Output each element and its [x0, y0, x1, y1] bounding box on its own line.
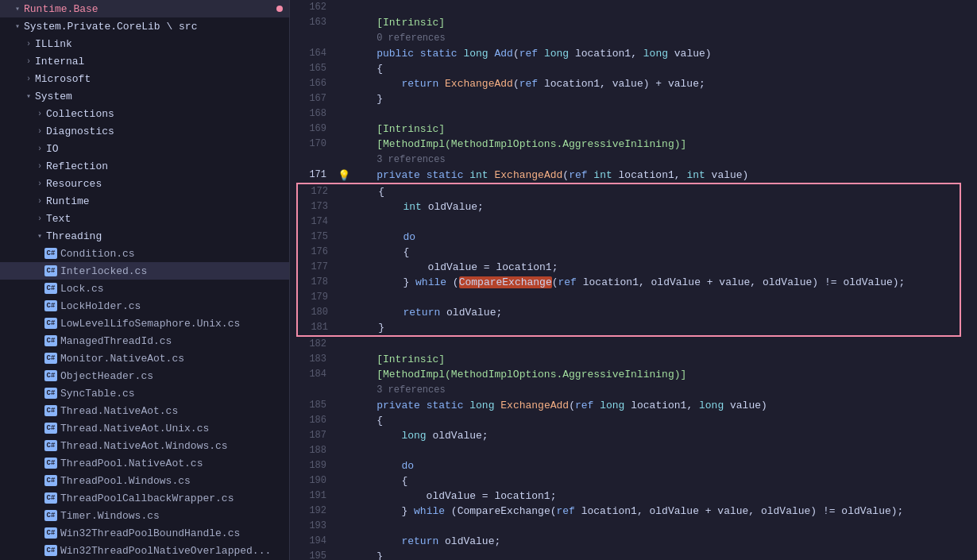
- cs-icon-thread-nativeaot-windows-cs: C#: [44, 440, 57, 451]
- folder-arrow-runtime[interactable]: [33, 197, 46, 206]
- sidebar-item-diagnostics[interactable]: Diagnostics: [0, 122, 289, 140]
- sidebar-item-thread-nativeaot-cs[interactable]: C#Thread.NativeAot.cs: [0, 402, 289, 419]
- lightbulb-icon[interactable]: 💡: [338, 169, 350, 182]
- indicator-column: [336, 504, 352, 519]
- editor-pane: 162163 [Intrinsic] 0 references164 publi…: [290, 0, 977, 560]
- line-number: 169: [296, 122, 336, 137]
- file-label-timer-windows-cs: Timer.Windows.cs: [60, 510, 160, 522]
- code-content: {: [353, 245, 409, 260]
- code-content: } while (CompareExchange(ref location1, …: [353, 275, 905, 290]
- sidebar-item-resources[interactable]: Resources: [0, 175, 289, 192]
- folder-label-io: IO: [46, 143, 59, 155]
- folder-arrow-diagnostics[interactable]: [33, 127, 46, 136]
- code-content: oldValue = location1;: [352, 489, 556, 504]
- sidebar-item-monitor-nativeaot-cs[interactable]: C#Monitor.NativeAot.cs: [0, 350, 289, 367]
- code-content: 3 references: [352, 152, 446, 168]
- folder-arrow-system-private-corelib[interactable]: [11, 21, 24, 31]
- indicator-column: [338, 275, 353, 290]
- indicator-column: [336, 443, 352, 458]
- code-area: 162163 [Intrinsic] 0 references164 publi…: [290, 0, 977, 560]
- sidebar-item-threading[interactable]: Threading: [0, 227, 289, 245]
- sidebar-item-system[interactable]: System: [0, 87, 289, 105]
- sidebar-item-objectheader-cs[interactable]: C#ObjectHeader.cs: [0, 367, 289, 384]
- sidebar-item-illink[interactable]: ILLink: [0, 35, 289, 52]
- file-label-win32threadpoolboundhandle-cs: Win32ThreadPoolBoundHandle.cs: [60, 527, 240, 539]
- indicator-column: [336, 398, 352, 413]
- code-line: 164 public static long Add(ref long loca…: [296, 46, 961, 61]
- sidebar-item-lowlevellifosemaphore-cs[interactable]: C#LowLevelLifoSemaphore.Unix.cs: [0, 315, 289, 332]
- cs-icon-interlocked-cs: C#: [44, 265, 57, 276]
- line-number: 186: [296, 413, 336, 428]
- sidebar-item-threadpoolcallbackwrapper-cs[interactable]: C#ThreadPoolCallbackWrapper.cs: [0, 489, 289, 507]
- sidebar-item-microsoft[interactable]: Microsoft: [0, 70, 289, 87]
- folder-arrow-runtime-base[interactable]: [11, 4, 24, 14]
- line-number: 195: [296, 549, 336, 560]
- indicator-column: [338, 260, 353, 275]
- folder-arrow-resources[interactable]: [33, 180, 46, 188]
- sidebar-item-synctable-cs[interactable]: C#SyncTable.cs: [0, 384, 289, 402]
- code-line: 0 references: [296, 30, 961, 46]
- code-line: 189 do: [296, 458, 961, 473]
- sidebar-item-managedthreadid-cs[interactable]: C#ManagedThreadId.cs: [0, 332, 289, 350]
- code-line: 183 [Intrinsic]: [296, 352, 961, 367]
- indicator-column: [338, 305, 353, 320]
- editor-inner: 162163 [Intrinsic] 0 references164 publi…: [290, 0, 977, 560]
- code-content: 0 references: [352, 30, 446, 46]
- indicator-column: [336, 137, 352, 152]
- folder-arrow-system[interactable]: [22, 91, 35, 101]
- cs-icon-synctable-cs: C#: [44, 388, 57, 399]
- sidebar-item-system-private-corelib[interactable]: System.Private.CoreLib \ src: [0, 17, 289, 35]
- folder-arrow-illink[interactable]: [22, 40, 35, 48]
- code-line: 171💡 private static int ExchangeAdd(ref …: [296, 168, 961, 183]
- code-content: [MethodImpl(MethodImplOptions.Aggressive…: [352, 137, 686, 152]
- code-content: public static long Add(ref long location…: [352, 46, 712, 61]
- cs-icon-win32threadpoolnativeoverlapped-cs: C#: [44, 545, 57, 556]
- code-content: [Intrinsic]: [352, 352, 445, 367]
- sidebar-item-io[interactable]: IO: [0, 140, 289, 157]
- sidebar-item-lock-cs[interactable]: C#Lock.cs: [0, 280, 289, 297]
- cs-icon-lock-cs: C#: [44, 283, 57, 294]
- indicator-column: [336, 15, 352, 30]
- sidebar-item-text[interactable]: Text: [0, 210, 289, 227]
- file-label-synctable-cs: SyncTable.cs: [60, 388, 135, 400]
- sidebar-item-interlocked-cs[interactable]: C#Interlocked.cs: [0, 262, 289, 280]
- sidebar-item-lockholder-cs[interactable]: C#LockHolder.cs: [0, 297, 289, 315]
- code-line: 182: [296, 337, 961, 352]
- folder-arrow-io[interactable]: [33, 145, 46, 153]
- sidebar-item-threadpool-windows-cs[interactable]: C#ThreadPool.Windows.cs: [0, 472, 289, 489]
- line-number: 165: [296, 61, 336, 76]
- folder-arrow-collections[interactable]: [33, 110, 46, 118]
- line-number: 184: [296, 367, 336, 382]
- sidebar-item-reflection[interactable]: Reflection: [0, 157, 289, 175]
- code-line: 167 }: [296, 91, 961, 106]
- sidebar-item-runtime[interactable]: Runtime: [0, 192, 289, 210]
- sidebar-item-win32threadpoolboundhandle-cs[interactable]: C#Win32ThreadPoolBoundHandle.cs: [0, 524, 289, 542]
- sidebar-item-thread-nativeaot-unix-cs[interactable]: C#Thread.NativeAot.Unix.cs: [0, 419, 289, 437]
- cs-icon-timer-windows-cs: C#: [44, 510, 57, 521]
- code-line: 178 } while (CompareExchange(ref locatio…: [298, 275, 960, 290]
- sidebar-item-condition-cs[interactable]: C#Condition.cs: [0, 245, 289, 262]
- sidebar-item-thread-nativeaot-windows-cs[interactable]: C#Thread.NativeAot.Windows.cs: [0, 437, 289, 454]
- sidebar-item-threadpool-nativeaot-cs[interactable]: C#ThreadPool.NativeAot.cs: [0, 454, 289, 472]
- folder-arrow-threading[interactable]: [33, 231, 46, 241]
- code-line: 188: [296, 443, 961, 458]
- line-number: 168: [296, 106, 336, 122]
- folder-arrow-reflection[interactable]: [33, 162, 46, 171]
- file-label-thread-nativeaot-windows-cs: Thread.NativeAot.Windows.cs: [60, 440, 228, 452]
- indicator-column: [336, 76, 352, 91]
- folder-arrow-microsoft[interactable]: [22, 75, 35, 83]
- indicator-column: [336, 413, 352, 428]
- file-label-thread-nativeaot-unix-cs: Thread.NativeAot.Unix.cs: [60, 423, 209, 434]
- sidebar-item-win32threadpoolnativeoverlapped-cs[interactable]: C#Win32ThreadPoolNativeOverlapped...: [0, 542, 289, 559]
- folder-arrow-internal[interactable]: [22, 57, 35, 66]
- file-label-managedthreadid-cs: ManagedThreadId.cs: [60, 335, 172, 347]
- sidebar-item-collections[interactable]: Collections: [0, 105, 289, 122]
- indicator-column: [336, 428, 352, 443]
- folder-arrow-text[interactable]: [33, 214, 46, 223]
- code-line: 170 [MethodImpl(MethodImplOptions.Aggres…: [296, 137, 961, 152]
- sidebar-item-timer-windows-cs[interactable]: C#Timer.Windows.cs: [0, 507, 289, 524]
- sidebar-item-runtime-base[interactable]: Runtime.Base: [0, 0, 289, 17]
- file-label-threadpoolcallbackwrapper-cs: ThreadPoolCallbackWrapper.cs: [60, 492, 234, 504]
- sidebar-item-internal[interactable]: Internal: [0, 52, 289, 70]
- code-line: 174: [298, 214, 960, 230]
